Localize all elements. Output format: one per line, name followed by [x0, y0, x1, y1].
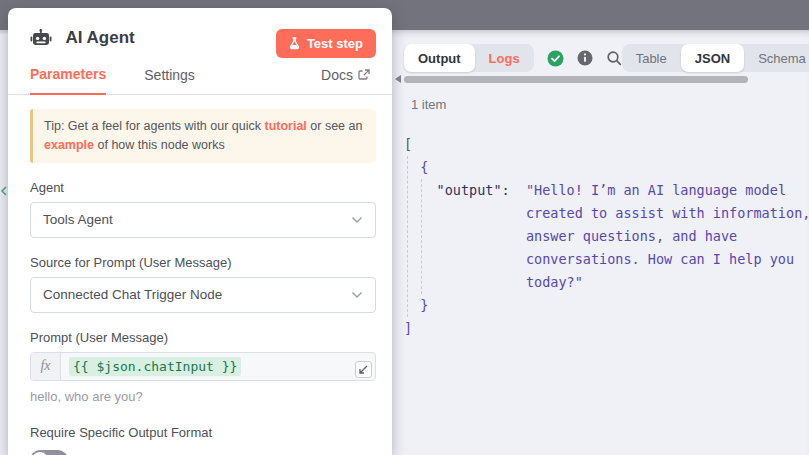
search-icon [606, 50, 622, 66]
example-link[interactable]: example [44, 138, 94, 152]
parameters-form: Tip: Get a feel for agents with our quic… [8, 95, 392, 455]
expand-icon [359, 365, 368, 374]
json-value: created to assist with information, [404, 205, 809, 221]
json-bracket: ] [404, 320, 412, 336]
run-success-button[interactable] [547, 50, 564, 67]
node-title: AI Agent [65, 28, 134, 47]
toggle-knob [32, 452, 48, 455]
tab-settings-label: Settings [144, 67, 195, 83]
json-line: conversations. How can I help you [404, 248, 809, 271]
json-bracket: { [404, 159, 428, 175]
tab-settings[interactable]: Settings [144, 67, 195, 94]
json-value: "Hello! I’m an AI language model [526, 182, 786, 198]
output-format-toggle[interactable] [30, 450, 68, 455]
info-circle-icon [577, 50, 593, 66]
output-logs-switch: Output Logs [404, 44, 534, 72]
scrollbar-thumb[interactable] [404, 76, 748, 83]
chevron-down-icon [351, 291, 363, 299]
scroll-left-arrow-icon[interactable] [395, 75, 401, 83]
test-step-label: Test step [307, 36, 363, 51]
tip-text: or see an [307, 119, 363, 133]
tab-parameters[interactable]: Parameters [30, 66, 106, 95]
prompt-source-label: Source for Prompt (User Message) [30, 255, 372, 270]
json-viewer[interactable]: [ { "output": "Hello! I’m an AI language… [404, 133, 809, 340]
external-link-icon [358, 69, 370, 81]
output-tab[interactable]: Output [404, 44, 475, 72]
json-tab[interactable]: JSON [681, 44, 744, 72]
logs-tab[interactable]: Logs [475, 44, 534, 72]
robot-icon [30, 29, 52, 46]
search-button[interactable] [606, 50, 622, 66]
flask-icon [289, 37, 300, 50]
chevron-left-icon [0, 186, 8, 196]
json-value: answer questions, and have [404, 228, 737, 244]
json-bracket: [ [404, 136, 412, 152]
prompt-source-select[interactable]: Connected Chat Trigger Node [30, 277, 376, 313]
node-tab-bar: Parameters Settings Docs [8, 60, 392, 95]
json-line: { [404, 156, 809, 179]
json-line: [ [404, 133, 809, 156]
expression-value: {{ $json.chatInput }} [69, 357, 241, 376]
display-mode-switch: Table JSON Schema [622, 44, 809, 72]
table-tab[interactable]: Table [622, 44, 681, 72]
expression-field: fx {{ $json.chatInput }} [30, 352, 376, 381]
json-line: today?" [404, 271, 809, 294]
docs-label: Docs [321, 67, 353, 83]
json-value: today?" [404, 274, 583, 290]
info-button[interactable] [577, 50, 593, 66]
chevron-down-icon [351, 216, 363, 224]
tip-text: of how this node works [94, 138, 225, 152]
tip-text: Tip: Get a feel for agents with our quic… [44, 119, 264, 133]
fx-badge: fx [31, 353, 61, 380]
items-count: 1 item [411, 97, 446, 112]
expand-expression-button[interactable] [355, 361, 372, 378]
success-check-icon [547, 50, 564, 67]
schema-tab[interactable]: Schema [744, 44, 809, 72]
agent-select[interactable]: Tools Agent [30, 202, 376, 238]
horizontal-scrollbar[interactable] [395, 75, 748, 83]
agent-label: Agent [30, 180, 372, 195]
docs-link[interactable]: Docs [321, 67, 370, 94]
json-line: "output": "Hello! I’m an AI language mod… [404, 179, 809, 202]
json-line: created to assist with information, [404, 202, 809, 225]
json-bracket: } [404, 297, 428, 313]
output-format-label: Require Specific Output Format [30, 425, 372, 440]
expression-input[interactable]: {{ $json.chatInput }} [61, 353, 375, 380]
json-line: } [404, 294, 809, 317]
tutorial-link[interactable]: tutorial [264, 119, 306, 133]
node-header: AI Agent Test step [8, 8, 392, 60]
json-value: conversations. How can I help you [404, 251, 794, 267]
json-line: answer questions, and have [404, 225, 809, 248]
prompt-label: Prompt (User Message) [30, 330, 372, 345]
test-step-button[interactable]: Test step [276, 29, 376, 58]
json-line: ] [404, 317, 809, 340]
tip-banner: Tip: Get a feel for agents with our quic… [30, 109, 376, 163]
prompt-source-select-value: Connected Chat Trigger Node [43, 287, 222, 302]
agent-select-value: Tools Agent [43, 212, 113, 227]
tab-parameters-label: Parameters [30, 66, 106, 82]
input-panel-collapsed[interactable] [0, 34, 8, 455]
json-key: "output": [404, 182, 526, 198]
node-settings-panel: AI Agent Test step Parameters Settings D… [8, 8, 392, 455]
output-panel-controls: Output Logs Table JSON Schema [404, 44, 795, 72]
prompt-hint: hello, who are you? [30, 389, 372, 404]
